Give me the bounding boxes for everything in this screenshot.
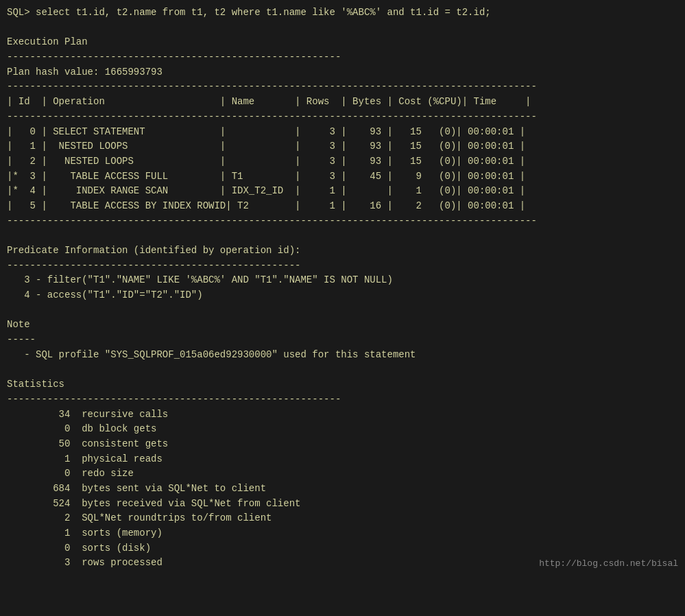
statistics-separator: ----------------------------------------… bbox=[7, 392, 678, 407]
statistics-header: Statistics bbox=[7, 377, 678, 392]
table-row: |* 4 | INDEX RANGE SCAN | IDX_T2_ID | 1 … bbox=[7, 184, 678, 199]
statistics-row: 0 db block gets bbox=[7, 422, 678, 437]
table-row: | 0 | SELECT STATEMENT | | 3 | 93 | 15 (… bbox=[7, 125, 678, 140]
table-row: | 5 | TABLE ACCESS BY INDEX ROWID| T2 | … bbox=[7, 199, 678, 214]
predicate-header: Predicate Information (identified by ope… bbox=[7, 244, 678, 259]
statistics-row: 2 SQL*Net roundtrips to/from client bbox=[7, 511, 678, 526]
blank-line-4 bbox=[7, 363, 678, 378]
table-rows: | 0 | SELECT STATEMENT | | 3 | 93 | 15 (… bbox=[7, 125, 678, 214]
statistics-row: 50 consistent gets bbox=[7, 437, 678, 452]
statistics-row: 1 physical reads bbox=[7, 452, 678, 467]
statistics-row: 1 sorts (memory) bbox=[7, 526, 678, 541]
execution-plan-header: Execution Plan bbox=[7, 35, 678, 50]
statistics-row: 684 bytes sent via SQL*Net to client bbox=[7, 482, 678, 497]
predicate-line: 4 - access("T1"."ID"="T2"."ID") bbox=[7, 288, 678, 303]
statistics-row: 0 sorts (disk) bbox=[7, 541, 678, 556]
plan-hash: Plan hash value: 1665993793 bbox=[7, 65, 678, 80]
predicate-lines: 3 - filter("T1"."NAME" LIKE '%ABC%' AND … bbox=[7, 273, 678, 303]
separator-2: ----------------------------------------… bbox=[7, 80, 678, 95]
terminal-window: SQL> select t1.id, t2.name from t1, t2 w… bbox=[7, 5, 678, 571]
watermark: http://blog.csdn.net/bisal bbox=[539, 557, 678, 571]
separator-4: ----------------------------------------… bbox=[7, 214, 678, 229]
sql-command: SQL> select t1.id, t2.name from t1, t2 w… bbox=[7, 5, 678, 21]
table-row: | 1 | NESTED LOOPS | | 3 | 93 | 15 (0)| … bbox=[7, 139, 678, 154]
statistics-row: 0 redo size bbox=[7, 466, 678, 482]
table-row: | 2 | NESTED LOOPS | | 3 | 93 | 15 (0)| … bbox=[7, 154, 678, 169]
statistics-rows: 34 recursive calls 0 db block gets 50 co… bbox=[7, 407, 678, 571]
note-separator: ----- bbox=[7, 333, 678, 348]
blank-line-3 bbox=[7, 303, 678, 318]
blank-line-1 bbox=[7, 21, 678, 36]
statistics-row: 34 recursive calls bbox=[7, 407, 678, 423]
note-line: - SQL profile "SYS_SQLPROF_015a06ed92930… bbox=[7, 348, 678, 363]
predicate-line: 3 - filter("T1"."NAME" LIKE '%ABC%' AND … bbox=[7, 273, 678, 288]
separator-3: ----------------------------------------… bbox=[7, 110, 678, 125]
note-header: Note bbox=[7, 318, 678, 333]
blank-line-2 bbox=[7, 228, 678, 244]
separator-1: ----------------------------------------… bbox=[7, 50, 678, 65]
table-header: | Id | Operation | Name | Rows | Bytes |… bbox=[7, 95, 678, 110]
statistics-row: 524 bytes received via SQL*Net from clie… bbox=[7, 497, 678, 512]
table-row: |* 3 | TABLE ACCESS FULL | T1 | 3 | 45 |… bbox=[7, 169, 678, 185]
separator-pred: ----------------------------------------… bbox=[7, 259, 678, 274]
